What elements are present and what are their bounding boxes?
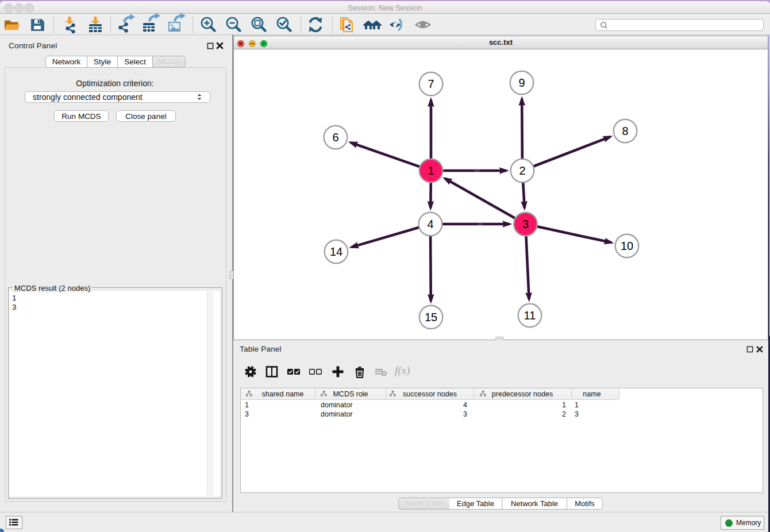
svg-text:4: 4 bbox=[427, 218, 433, 230]
svg-text:3: 3 bbox=[522, 218, 529, 230]
svg-text:8: 8 bbox=[622, 125, 628, 137]
svg-text:6: 6 bbox=[332, 131, 338, 144]
svg-text:11: 11 bbox=[524, 309, 536, 322]
svg-text:2: 2 bbox=[519, 164, 525, 177]
svg-text:15: 15 bbox=[425, 311, 437, 323]
svg-text:9: 9 bbox=[518, 76, 525, 89]
svg-text:10: 10 bbox=[621, 240, 633, 252]
svg-text:7: 7 bbox=[428, 78, 434, 90]
svg-text:14: 14 bbox=[330, 245, 342, 258]
svg-text:1: 1 bbox=[428, 164, 434, 177]
